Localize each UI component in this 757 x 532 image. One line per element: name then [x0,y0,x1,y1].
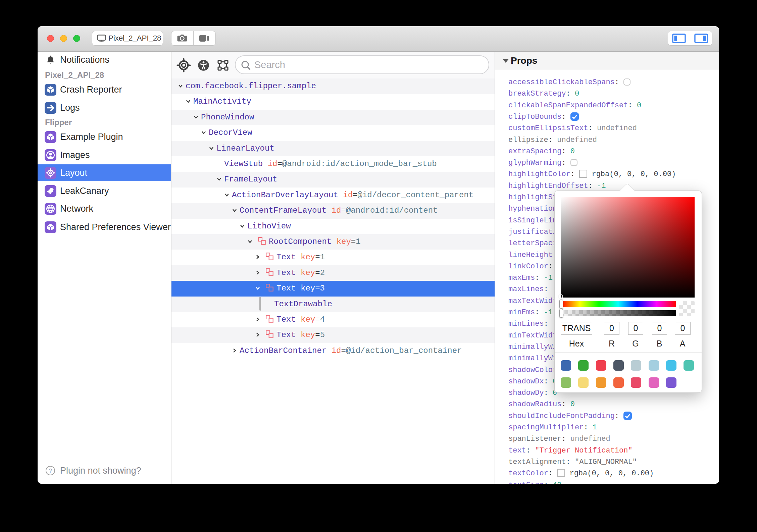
svg-text:?: ? [49,468,52,474]
